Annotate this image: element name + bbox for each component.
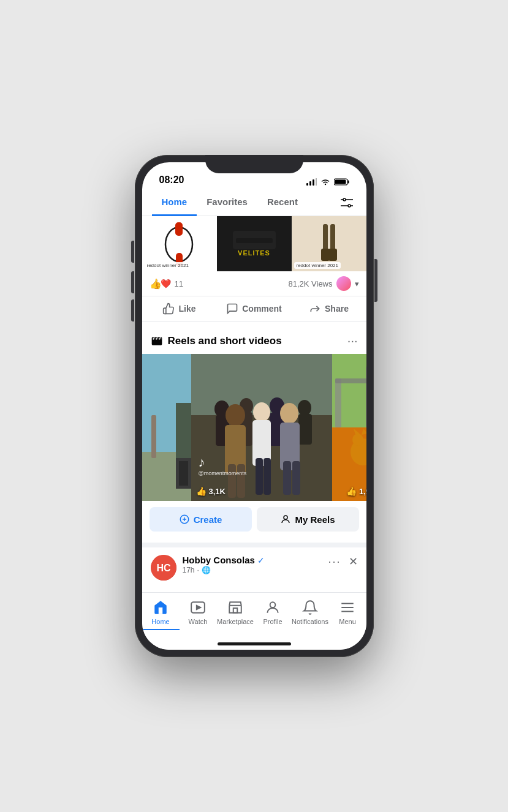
- home-icon: [152, 599, 169, 616]
- action-buttons: Like Comment Share: [142, 296, 366, 321]
- reel-right[interactable]: 👍 1,9K: [332, 354, 366, 501]
- svg-rect-30: [151, 415, 156, 458]
- product-img-1: reddot winner 2021: [142, 216, 217, 271]
- like-button[interactable]: Like: [142, 296, 217, 321]
- home-indicator-bar: [218, 642, 291, 645]
- nav-menu[interactable]: Menu: [329, 598, 366, 625]
- nav-notifications[interactable]: Notifications: [292, 598, 329, 625]
- home-svg: [153, 600, 169, 615]
- velites-product: VELITES: [233, 231, 276, 257]
- svg-rect-5: [347, 181, 349, 184]
- tiktok-logo: ♪: [199, 454, 247, 470]
- nav-home-label: Home: [151, 618, 169, 625]
- time-dot: ·: [197, 566, 199, 574]
- nav-menu-label: Menu: [339, 618, 356, 625]
- nav-marketplace-label: Marketplace: [217, 618, 254, 625]
- profile-icon: [264, 599, 281, 616]
- battery-icon: [334, 178, 349, 186]
- reel-left-bg: [142, 354, 191, 501]
- reel-center[interactable]: ♪ @momentmoments 👍 3,1K: [191, 354, 332, 501]
- svg-rect-72: [233, 608, 238, 613]
- tab-recent[interactable]: Recent: [257, 189, 308, 216]
- jump-rope-svg: [162, 221, 196, 267]
- myreels-icon: [280, 514, 291, 525]
- product-images-row: reddot winner 2021 VELITES: [142, 216, 366, 271]
- svg-marker-71: [197, 606, 201, 610]
- tab-favorites[interactable]: Favorites: [197, 189, 257, 216]
- filter-icon[interactable]: [337, 193, 357, 212]
- svg-rect-53: [283, 461, 291, 495]
- hobby-post: HC Hobby Consolas ✓ 17h · 🌐 ···: [142, 543, 366, 588]
- filter-svg: [340, 196, 354, 209]
- tab-home[interactable]: Home: [152, 189, 197, 216]
- my-reels-button[interactable]: My Reels: [257, 507, 359, 532]
- comment-button[interactable]: Comment: [217, 296, 292, 321]
- status-icons: [306, 178, 349, 186]
- hobby-post-meta: Hobby Consolas ✓ 17h · 🌐: [183, 555, 322, 574]
- nav-home[interactable]: Home: [142, 598, 180, 625]
- tiktok-handle: @momentmoments: [199, 470, 247, 476]
- svg-rect-52: [263, 458, 271, 495]
- right-reel-likes: 👍 1,9K: [346, 486, 366, 496]
- svg-rect-20: [321, 249, 330, 261]
- home-indicator: [142, 637, 366, 650]
- nav-watch[interactable]: Watch: [180, 598, 217, 625]
- nav-watch-label: Watch: [189, 618, 208, 625]
- svg-point-43: [226, 404, 245, 426]
- svg-text:HC: HC: [156, 563, 171, 573]
- feed-content[interactable]: reddot winner 2021 VELITES: [142, 216, 366, 592]
- svg-point-45: [253, 402, 270, 422]
- product-img-2: VELITES: [217, 216, 292, 271]
- badge-winner-3: reddot winner 2021: [294, 262, 341, 269]
- create-icon: [179, 514, 190, 525]
- svg-rect-1: [309, 181, 311, 186]
- post-close-button[interactable]: ✕: [349, 555, 358, 568]
- phone-screen: 08:20: [142, 162, 366, 650]
- globe-icon: 🌐: [202, 566, 211, 574]
- hobby-name: Hobby Consolas: [183, 555, 255, 565]
- profile-svg: [265, 600, 281, 615]
- reactions-row: 👍 ❤️ 11 81,2K Views ▾: [142, 271, 366, 296]
- svg-rect-21: [328, 249, 337, 261]
- svg-point-67: [284, 516, 287, 519]
- right-reel-scene: [332, 354, 366, 501]
- hobby-avatar: HC: [151, 555, 176, 581]
- reels-section: Reels and short videos ···: [142, 326, 366, 538]
- svg-point-58: [352, 434, 363, 446]
- post-more-button[interactable]: ···: [328, 555, 341, 568]
- views-text: 81,2K Views: [288, 279, 332, 288]
- svg-point-47: [280, 403, 298, 424]
- hobby-avatar-img: HC: [151, 555, 176, 581]
- svg-point-7: [343, 198, 346, 201]
- notifications-svg: [302, 600, 318, 615]
- velites-text: VELITES: [238, 249, 270, 257]
- reel-left[interactable]: [142, 354, 191, 501]
- svg-point-10: [348, 205, 351, 207]
- svg-rect-42: [298, 414, 312, 445]
- marketplace-svg: [227, 600, 243, 615]
- reels-actions: Create My Reels: [142, 501, 366, 538]
- reels-row[interactable]: ♪ @momentmoments 👍 3,1K: [142, 354, 366, 501]
- watch-icon: [189, 599, 207, 616]
- nav-profile[interactable]: Profile: [254, 598, 292, 625]
- velites-bg-svg: [233, 231, 276, 249]
- badge-winner-1: reddot winner 2021: [145, 262, 192, 269]
- svg-rect-14: [175, 222, 183, 236]
- nav-profile-label: Profile: [263, 618, 282, 625]
- left-reel-scene: [142, 354, 191, 501]
- wifi-icon: [320, 178, 330, 186]
- nav-notifications-label: Notifications: [292, 618, 328, 625]
- nav-marketplace[interactable]: Marketplace: [217, 598, 254, 625]
- svg-rect-3: [316, 178, 317, 186]
- reels-title: Reels and short videos: [151, 335, 282, 347]
- svg-point-41: [298, 400, 311, 416]
- share-button[interactable]: Share: [292, 296, 366, 321]
- product-img-3: reddot winner 2021: [292, 216, 366, 271]
- create-button[interactable]: Create: [150, 507, 252, 532]
- notifications-icon: [301, 599, 319, 616]
- svg-rect-51: [256, 458, 263, 495]
- like-icon: [162, 303, 175, 315]
- views-avatar: [336, 276, 351, 291]
- reels-more-button[interactable]: ···: [347, 334, 358, 348]
- hobby-post-time: 17h · 🌐: [183, 566, 322, 574]
